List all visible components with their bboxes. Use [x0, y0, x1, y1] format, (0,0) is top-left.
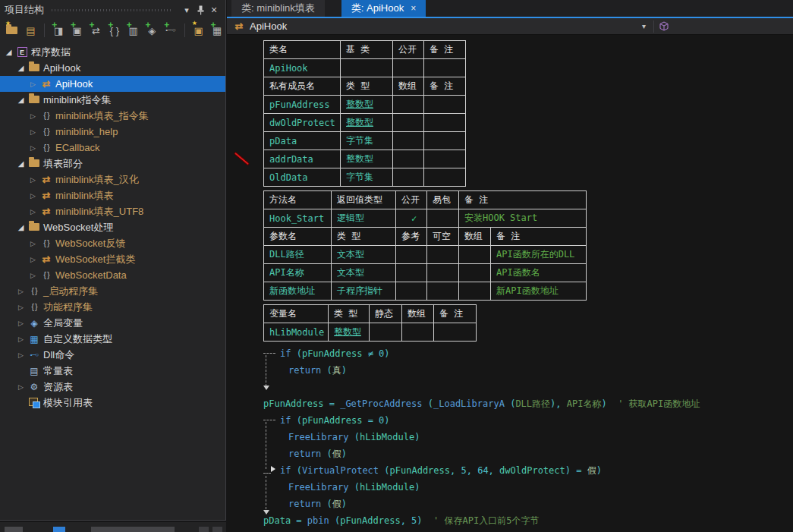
tree-item-miniblink指令集[interactable]: ◢miniblink指令集	[0, 92, 225, 108]
expand-arrow-icon[interactable]: ▷	[27, 208, 39, 216]
panel-menu-caret-icon[interactable]: ▾	[180, 3, 194, 17]
code-line-2[interactable]	[263, 379, 793, 395]
expand-arrow-icon[interactable]: ▷	[27, 176, 39, 184]
add-image-button[interactable]: ▦+	[209, 22, 225, 39]
add-global-variable-button[interactable]: ◈+	[144, 22, 161, 39]
column-header-cell[interactable]: 公开	[393, 41, 424, 59]
expand-arrow-icon[interactable]: ▷	[15, 304, 27, 311]
table-cell[interactable]	[393, 150, 424, 168]
panel-close-icon[interactable]: ×	[207, 3, 221, 17]
column-header-cell[interactable]: 类 型	[332, 228, 396, 246]
column-header-cell[interactable]: 类名	[264, 41, 341, 59]
table-cell[interactable]: 整数型	[341, 114, 393, 132]
column-header-cell[interactable]: 基 类	[341, 41, 393, 59]
table-cell[interactable]: 新函数地址	[264, 282, 332, 301]
tree-item-WebSocketData[interactable]: ▷{ }WebSocketData	[0, 267, 225, 283]
add-window-program-button[interactable]: ▣+	[69, 22, 86, 39]
column-header-cell[interactable]: 备 注	[424, 41, 466, 59]
tree-item-miniblink填表[interactable]: ▷⇄miniblink填表	[0, 187, 225, 203]
column-header-cell[interactable]: 备 注	[424, 77, 466, 96]
tree-item-_启动程序集[interactable]: ▷{ }_启动程序集	[0, 283, 225, 299]
column-header-cell[interactable]: 方法名	[264, 191, 332, 209]
table-cell[interactable]	[396, 264, 427, 282]
column-header-cell[interactable]: 参数名	[264, 228, 332, 246]
table-cell[interactable]	[393, 114, 424, 132]
table-cell[interactable]: 新API函数地址	[491, 282, 587, 301]
tree-item-填表部分[interactable]: ◢填表部分	[0, 156, 225, 172]
table-cell[interactable]	[427, 282, 459, 301]
expand-arrow-icon[interactable]: ▷	[27, 112, 39, 120]
tree-item-功能程序集[interactable]: ▷{ }功能程序集	[0, 299, 225, 315]
tree-item-自定义数据类型[interactable]: ▷▦自定义数据类型	[0, 331, 225, 347]
table-cell[interactable]	[427, 209, 459, 228]
table-cell[interactable]: pData	[264, 132, 341, 150]
table-cell[interactable]	[459, 264, 491, 282]
column-header-cell[interactable]: 备 注	[491, 228, 587, 246]
table-cell[interactable]	[424, 132, 466, 150]
expand-arrow-icon[interactable]: ▷	[27, 144, 39, 152]
expand-arrow-icon[interactable]: ▷	[15, 351, 27, 359]
class-selector-combo[interactable]: ⇄ ApiHook ▾	[227, 18, 653, 34]
table-cell[interactable]: 子程序指针	[332, 282, 396, 301]
table-cell[interactable]	[393, 59, 424, 77]
column-header-cell[interactable]: 返回值类型	[332, 191, 396, 209]
expand-arrow-icon[interactable]: ▷	[15, 288, 27, 295]
code-block[interactable]: if (pFunAddress ≠ 0)return (真)pFunAddres…	[263, 345, 793, 529]
table-cell[interactable]	[424, 114, 466, 132]
table-cell[interactable]: API名称	[264, 264, 332, 282]
column-header-cell[interactable]: 数组	[402, 305, 434, 323]
table-cell[interactable]: API函数名	[491, 264, 587, 282]
table-cell[interactable]: 逻辑型	[332, 209, 396, 228]
table-cell[interactable]: 整数型	[341, 96, 393, 114]
column-header-cell[interactable]: 数组	[393, 77, 424, 96]
pin-icon[interactable]	[194, 3, 207, 17]
code-line-0[interactable]: if (pFunAddress ≠ 0)	[263, 345, 793, 362]
column-header-cell[interactable]: 类 型	[341, 77, 393, 96]
table-cell[interactable]: 字节集	[341, 168, 393, 187]
table-cell[interactable]: 文本型	[332, 264, 396, 282]
table-cell[interactable]	[396, 246, 427, 264]
tree-item-ECallback[interactable]: ▷{ }ECallback	[0, 140, 225, 156]
collapse-arrow-icon[interactable]: ◢	[3, 48, 14, 56]
table-cell[interactable]	[459, 282, 491, 301]
table-cell[interactable]	[393, 132, 424, 150]
table-cell[interactable]	[427, 264, 459, 282]
code-line-1[interactable]: return (真)	[263, 362, 793, 379]
table-cell[interactable]	[341, 59, 393, 77]
column-header-cell[interactable]: 参考	[396, 228, 427, 246]
column-header-cell[interactable]: 备 注	[434, 305, 477, 323]
new-folder-button[interactable]: ★	[4, 22, 20, 39]
column-header-cell[interactable]: 公开	[396, 191, 427, 209]
panel-drag-grip[interactable]	[52, 9, 172, 11]
column-header-cell[interactable]: 变量名	[264, 305, 329, 323]
table-cell[interactable]: API函数所在的DLL	[491, 246, 587, 264]
dock-strip-block[interactable]	[5, 527, 23, 532]
table-cell[interactable]: 文本型	[332, 246, 396, 264]
code-line-6[interactable]: return (假)	[263, 445, 793, 462]
column-header-cell[interactable]: 数组	[459, 228, 491, 246]
tree-item-Dll命令[interactable]: ▷•─○Dll命令	[0, 347, 225, 363]
add-member-button[interactable]: ▥+	[125, 22, 142, 39]
code-line-10[interactable]: pData = pbin (pFunAddress, 5) ' 保存API入口前…	[263, 512, 793, 529]
table-cell[interactable]: pFunAddress	[264, 96, 341, 114]
tree-item-miniblink_help[interactable]: ▷{ }miniblink_help	[0, 124, 225, 140]
cutoff-bottom-dock[interactable]	[0, 522, 226, 532]
collapse-arrow-icon[interactable]: ◢	[15, 223, 27, 231]
expand-arrow-icon[interactable]: ▷	[27, 240, 39, 247]
code-line-7[interactable]: if (VirtualProtect (pFunAddress, 5, 64, …	[263, 462, 793, 479]
tree-item-miniblink填表_指令集[interactable]: ▷{ }miniblink填表_指令集	[0, 108, 225, 124]
table-cell[interactable]	[434, 323, 477, 342]
code-line-8[interactable]: FreeLibrary (hLibModule)	[263, 479, 793, 496]
code-line-3[interactable]: pFunAddress = _GetProcAddress (_LoadLibr…	[263, 395, 793, 412]
tree-item-ApiHook[interactable]: ▷⇄ApiHook	[0, 76, 225, 92]
tree-item-ApiHook[interactable]: ◢ApiHook	[0, 60, 225, 76]
table-cell[interactable]: ✓	[396, 209, 427, 228]
code-line-5[interactable]: FreeLibrary (hLibModule)	[263, 429, 793, 445]
code-line-9[interactable]: return (假)	[263, 496, 793, 512]
copy-resource-button[interactable]: ▤	[23, 22, 39, 39]
table-cell[interactable]	[424, 168, 466, 187]
object-browser-button[interactable]	[654, 18, 674, 34]
column-header-cell[interactable]: 类 型	[329, 305, 370, 323]
table-cell[interactable]	[402, 323, 434, 342]
tree-item-WebSocket反馈[interactable]: ▷{ }WebSocket反馈	[0, 235, 225, 251]
